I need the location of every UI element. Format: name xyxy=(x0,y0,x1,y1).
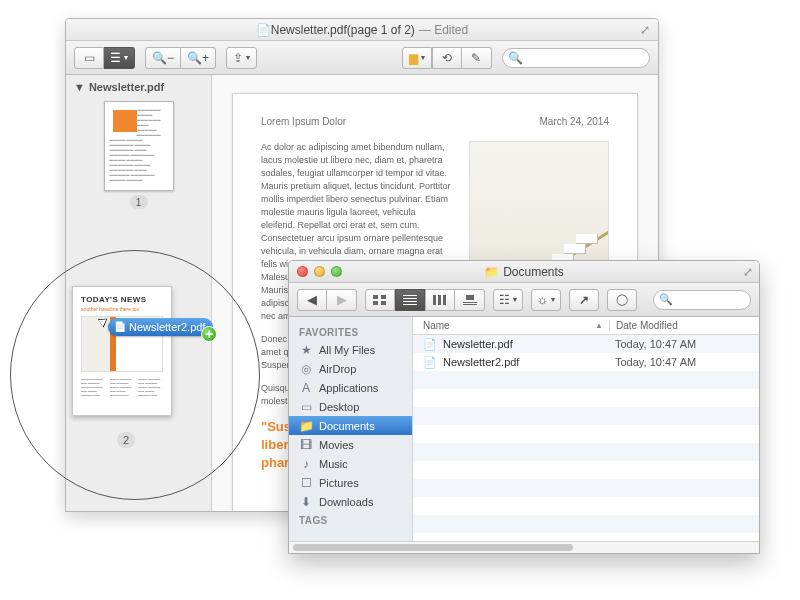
sidebar-item-airdrop[interactable]: ◎AirDrop xyxy=(289,359,412,378)
preview-title-filename: Newsletter.pdf xyxy=(271,23,347,37)
empty-row xyxy=(413,389,759,407)
sidebar-item-music[interactable]: ♪Music xyxy=(289,454,412,473)
sidebar-section-favorites: FAVORITES xyxy=(289,323,412,340)
share-button[interactable]: ⇪▾ xyxy=(226,47,257,69)
share-button[interactable] xyxy=(569,289,599,311)
chevron-down-icon: ▾ xyxy=(513,295,517,304)
zoom-segment: 🔍− 🔍+ xyxy=(145,47,216,69)
drag-file-badge: 📄 Newsletter2.pdf + xyxy=(108,318,213,336)
sidebar-item-desktop[interactable]: ▭Desktop xyxy=(289,397,412,416)
rotate-icon: ⟲ xyxy=(442,51,452,65)
finder-title: Documents xyxy=(503,265,564,279)
preview-search-input[interactable]: 🔍 xyxy=(502,48,650,68)
highlight-button[interactable]: ▆▾ xyxy=(402,47,432,69)
file-icon: 📄 xyxy=(423,356,437,369)
back-icon: ◀ xyxy=(307,295,317,305)
sidebar-item-applications[interactable]: AApplications xyxy=(289,378,412,397)
sidebar-item-all-my-files[interactable]: ★All My Files xyxy=(289,340,412,359)
chevron-down-icon: ▾ xyxy=(124,53,128,62)
empty-row xyxy=(413,533,759,541)
rotate-button[interactable]: ⟲ xyxy=(432,47,462,69)
tags-button[interactable]: ◯ xyxy=(607,289,637,311)
close-window-button[interactable] xyxy=(297,266,308,277)
sidebar-item-icon: 📁 xyxy=(299,419,313,433)
file-name: Newsletter2.pdf xyxy=(443,356,519,368)
back-button[interactable]: ◀ xyxy=(297,289,327,311)
sidebar-section-tags: TAGS xyxy=(289,511,412,528)
finder-titlebar[interactable]: 📁 Documents ⤢ xyxy=(289,261,759,283)
page-icon: ▭ xyxy=(84,51,95,65)
chevron-down-icon: ▾ xyxy=(421,53,425,62)
columns-icon xyxy=(433,295,447,305)
grid-icon xyxy=(373,295,387,305)
thumbnail-page-2[interactable]: TODAY'S NEWS another headline there too … xyxy=(72,286,172,416)
disclosure-triangle-icon[interactable]: ▼ xyxy=(74,81,85,93)
fullscreen-icon[interactable]: ⤢ xyxy=(743,265,753,279)
traffic-lights xyxy=(297,266,342,277)
view-icons-button[interactable] xyxy=(365,289,395,311)
sidebar-item-icon: ♪ xyxy=(299,457,313,471)
sidebar-item-documents[interactable]: 📁Documents xyxy=(289,416,412,435)
forward-icon: ▶ xyxy=(337,295,347,305)
gear-icon xyxy=(537,292,549,307)
preview-title-pages: (page 1 of 2) xyxy=(347,23,415,37)
sidebar-item-movies[interactable]: 🎞Movies xyxy=(289,435,412,454)
folder-icon: 📁 xyxy=(484,265,499,279)
thumb2-page-number: 2 xyxy=(117,432,135,448)
view-columns-button[interactable] xyxy=(425,289,455,311)
sidebar-item-downloads[interactable]: ⬇Downloads xyxy=(289,492,412,511)
finder-window: 📁 Documents ⤢ ◀ ▶ ☷▾ ▾ ◯ 🔍 FAVORITES ★Al… xyxy=(288,260,760,554)
preview-toolbar: ▭ ☰▾ 🔍− 🔍+ ⇪▾ ▆▾ ⟲ ✎ 🔍 xyxy=(66,41,658,75)
zoom-out-icon: 🔍 xyxy=(152,51,167,65)
file-date: Today, 10:47 AM xyxy=(609,338,759,350)
col-name[interactable]: Name xyxy=(423,320,450,331)
arrange-button[interactable]: ☷▾ xyxy=(493,289,523,311)
preview-titlebar[interactable]: 📄 Newsletter.pdf (page 1 of 2) — Edited … xyxy=(66,19,658,41)
chevron-down-icon: ▾ xyxy=(551,295,555,304)
file-icon: 📄 xyxy=(423,338,437,351)
fullscreen-icon[interactable]: ⤢ xyxy=(638,23,652,37)
sidebar-item-icon: ▭ xyxy=(299,400,313,414)
coverflow-icon xyxy=(463,295,477,305)
doc-header-date: March 24, 2014 xyxy=(540,116,610,127)
finder-sidebar: FAVORITES ★All My Files◎AirDropAApplicat… xyxy=(289,317,413,541)
minimize-window-button[interactable] xyxy=(314,266,325,277)
sort-asc-icon: ▲ xyxy=(595,321,603,330)
preview-title-edited: — Edited xyxy=(419,23,468,37)
sidebar-header[interactable]: ▼ Newsletter.pdf xyxy=(74,81,203,93)
arrange-icon: ☷ xyxy=(499,293,510,307)
zoom-window-button[interactable] xyxy=(331,266,342,277)
col-date[interactable]: Date Modified xyxy=(616,320,678,331)
tag-icon: ◯ xyxy=(616,293,628,306)
edit-button[interactable]: ✎ xyxy=(462,47,492,69)
scrollbar-thumb[interactable] xyxy=(293,544,573,551)
forward-button[interactable]: ▶ xyxy=(327,289,357,311)
sidebar-item-pictures[interactable]: ☐Pictures xyxy=(289,473,412,492)
sidebar-item-label: Applications xyxy=(319,382,378,394)
sidebar-item-label: Pictures xyxy=(319,477,359,489)
action-button[interactable]: ▾ xyxy=(531,289,561,311)
zoom-in-icon: 🔍 xyxy=(187,51,202,65)
sidebar-item-icon: A xyxy=(299,381,313,395)
view-mode-segment: ▭ ☰▾ xyxy=(74,47,135,69)
view-coverflow-button[interactable] xyxy=(455,289,485,311)
sidebar-item-icon: ◎ xyxy=(299,362,313,376)
view-list-button[interactable] xyxy=(395,289,425,311)
file-row[interactable]: 📄Newsletter2.pdfToday, 10:47 AM xyxy=(413,353,759,371)
doc-header-left: Lorem Ipsum Dolor xyxy=(261,116,346,127)
empty-row xyxy=(413,461,759,479)
finder-search-input[interactable]: 🔍 xyxy=(653,290,751,310)
column-headers[interactable]: Name▲ Date Modified xyxy=(413,317,759,335)
sidebar-item-icon: 🎞 xyxy=(299,438,313,452)
horizontal-scrollbar[interactable] xyxy=(289,541,759,553)
zoom-out-button[interactable]: 🔍− xyxy=(145,47,181,69)
file-row[interactable]: 📄Newsletter.pdfToday, 10:47 AM xyxy=(413,335,759,353)
thumbnail-page-1[interactable]: ▬▬▬▬▬▬ ▬▬▬▬ ▬▬▬▬▬▬ ▬▬▬ ▬▬▬▬▬ ▬▬▬▬▬▬ ▬▬▬▬… xyxy=(74,101,203,209)
zoom-in-button[interactable]: 🔍+ xyxy=(181,47,216,69)
sidebar-item-label: Movies xyxy=(319,439,354,451)
view-thumbnails-button[interactable]: ☰▾ xyxy=(104,47,135,69)
view-segment xyxy=(365,289,485,311)
pencil-icon: ✎ xyxy=(471,51,481,65)
empty-row xyxy=(413,497,759,515)
view-single-button[interactable]: ▭ xyxy=(74,47,104,69)
